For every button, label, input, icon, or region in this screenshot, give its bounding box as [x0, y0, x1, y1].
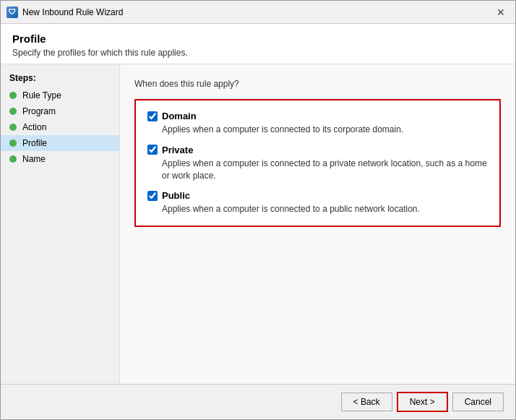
sidebar: Steps: Rule Type Program Action Profile … — [1, 64, 120, 384]
option-public-header: Public — [147, 190, 488, 201]
page-title: Profile — [12, 33, 504, 45]
wizard-window: 🛡 New Inbound Rule Wizard ✕ Profile Spec… — [0, 0, 516, 420]
window-title: New Inbound Rule Wizard — [22, 7, 492, 17]
main-panel: When does this rule apply? Domain Applie… — [120, 64, 515, 384]
sidebar-item-profile[interactable]: Profile — [1, 135, 119, 151]
sidebar-label: Action — [22, 122, 46, 132]
step-indicator — [9, 92, 17, 99]
footer: < Back Next > Cancel — [1, 384, 515, 419]
option-private: Private Applies when a computer is conne… — [147, 145, 488, 182]
sidebar-item-name[interactable]: Name — [1, 151, 119, 167]
private-checkbox-wrapper[interactable] — [147, 145, 158, 155]
page-subtitle: Specify the profiles for which this rule… — [12, 48, 504, 58]
sidebar-item-program[interactable]: Program — [1, 103, 119, 119]
private-checkbox[interactable] — [147, 145, 158, 155]
step-indicator — [9, 155, 17, 163]
private-label[interactable]: Private — [162, 145, 193, 155]
app-icon: 🛡 — [7, 7, 18, 18]
public-label[interactable]: Public — [162, 190, 190, 201]
next-button[interactable]: Next > — [397, 392, 448, 412]
sidebar-label: Program — [22, 106, 56, 116]
step-indicator — [9, 140, 17, 147]
step-indicator — [9, 108, 17, 115]
page-header: Profile Specify the profiles for which t… — [1, 24, 515, 64]
domain-checkbox[interactable] — [147, 111, 158, 121]
sidebar-item-rule-type[interactable]: Rule Type — [1, 87, 119, 103]
domain-checkbox-wrapper[interactable] — [147, 111, 158, 121]
back-button[interactable]: < Back — [341, 393, 392, 411]
option-public: Public Applies when a computer is connec… — [147, 190, 488, 215]
sidebar-item-action[interactable]: Action — [1, 119, 119, 135]
option-domain-header: Domain — [147, 111, 488, 121]
step-indicator — [9, 124, 17, 131]
sidebar-label: Rule Type — [22, 90, 61, 100]
public-description: Applies when a computer is connected to … — [162, 203, 488, 215]
cancel-button[interactable]: Cancel — [452, 393, 504, 411]
question-text: When does this rule apply? — [134, 79, 501, 89]
private-description: Applies when a computer is connected to … — [162, 158, 488, 182]
options-box: Domain Applies when a computer is connec… — [134, 99, 501, 227]
option-private-header: Private — [147, 145, 488, 155]
sidebar-label: Profile — [22, 138, 47, 148]
content-area: Steps: Rule Type Program Action Profile … — [1, 64, 515, 384]
public-checkbox-wrapper[interactable] — [147, 191, 158, 201]
public-checkbox[interactable] — [147, 191, 158, 201]
option-domain: Domain Applies when a computer is connec… — [147, 111, 488, 136]
sidebar-label: Name — [22, 154, 46, 164]
domain-label[interactable]: Domain — [162, 111, 197, 121]
domain-description: Applies when a computer is connected to … — [162, 124, 488, 136]
sidebar-title: Steps: — [1, 73, 119, 87]
title-bar: 🛡 New Inbound Rule Wizard ✕ — [1, 1, 515, 24]
close-button[interactable]: ✕ — [492, 5, 509, 20]
